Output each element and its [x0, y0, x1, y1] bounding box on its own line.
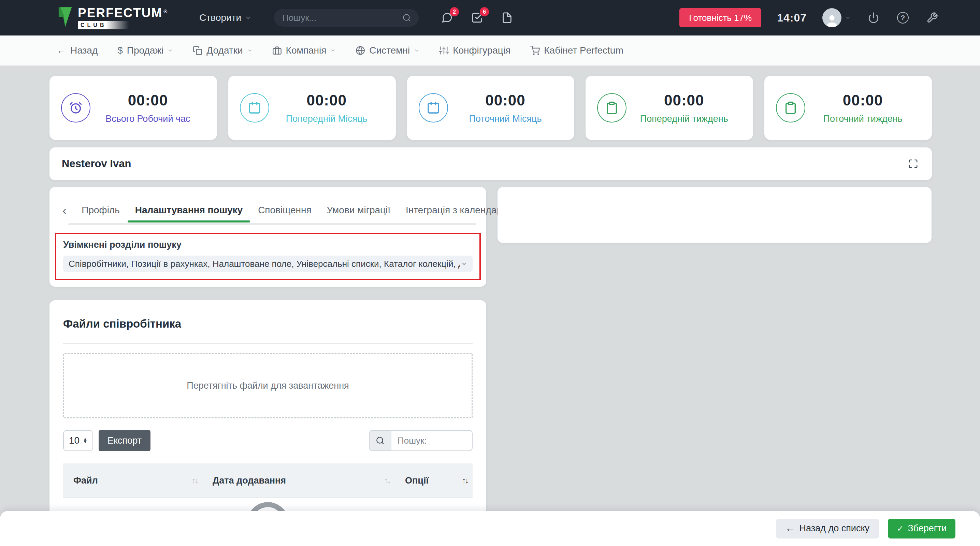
- stat-label[interactable]: Попередній тиждень: [627, 114, 741, 124]
- action-footer: ← Назад до списку ✓ Зберегти: [0, 511, 980, 546]
- help-button[interactable]: ?: [896, 11, 910, 25]
- dollar-icon: $: [118, 46, 123, 55]
- table-search: [369, 430, 473, 451]
- chevron-down-icon: [414, 48, 419, 53]
- stat-label[interactable]: Всього Робочий час: [91, 114, 205, 124]
- tab-notifications[interactable]: Сповіщення: [258, 205, 311, 216]
- stat-card-current-month: 00:00 Поточний Місяць: [407, 76, 574, 140]
- chevron-down-icon: [845, 15, 851, 21]
- stat-label[interactable]: Поточний Місяць: [448, 114, 563, 124]
- detail-panel: [498, 187, 932, 243]
- topbar-icon-group: 2 6: [441, 11, 514, 24]
- tasks-badge: 6: [480, 7, 489, 16]
- registered-icon: ®: [164, 5, 168, 18]
- check-icon: ✓: [897, 524, 904, 533]
- column-header-options[interactable]: Опції ↑↓: [395, 475, 473, 486]
- brand-logo[interactable]: PERFECTUM® CLUB: [57, 6, 168, 29]
- tasks-button[interactable]: 6: [471, 11, 484, 24]
- brand-club-badge: CLUB: [78, 21, 129, 29]
- stat-value: 00:00: [269, 92, 384, 109]
- sliders-icon: [439, 46, 449, 55]
- documents-button[interactable]: [501, 11, 514, 24]
- copy-icon: [193, 46, 202, 55]
- nav-system[interactable]: Системні: [356, 45, 419, 56]
- stat-value: 00:00: [91, 92, 205, 109]
- chevron-down-icon: [330, 48, 336, 53]
- table-controls: 10 ▲ ▼ Експорт: [63, 430, 473, 451]
- global-search[interactable]: [274, 9, 419, 27]
- tabs-scroll-left[interactable]: ‹: [62, 204, 66, 216]
- messages-badge: 2: [450, 7, 459, 16]
- column-header-file[interactable]: Файл ↑↓: [63, 475, 202, 486]
- export-button[interactable]: Експорт: [99, 430, 151, 451]
- briefcase-icon: [272, 46, 282, 55]
- settings-tools-button[interactable]: [925, 11, 939, 25]
- profile-header-card: Nesterov Ivan: [49, 147, 932, 180]
- sort-icon: ↑↓: [462, 476, 468, 485]
- section-title: Файли співробітника: [63, 317, 473, 330]
- search-icon: [402, 13, 411, 22]
- messages-button[interactable]: 2: [441, 11, 454, 24]
- stat-label[interactable]: Поточний тиждень: [805, 114, 920, 124]
- arrow-left-icon: ←: [57, 46, 66, 55]
- save-button[interactable]: ✓ Зберегти: [888, 519, 955, 538]
- table-header: Файл ↑↓ Дата додавання ↑↓ Опції ↑↓: [63, 463, 473, 498]
- chevron-down-icon: [461, 261, 467, 267]
- expand-icon: [908, 159, 918, 169]
- create-menu[interactable]: Створити: [199, 12, 251, 23]
- fullscreen-button[interactable]: [908, 158, 920, 170]
- tab-migration-terms[interactable]: Умови міграції: [327, 205, 391, 216]
- tab-track: [68, 223, 476, 225]
- nav-label: Компанія: [286, 45, 326, 56]
- search-sections-select[interactable]: Співробітники, Позиції в рахунках, Налаш…: [63, 256, 473, 272]
- clipboard-icon: [784, 101, 797, 115]
- nav-addons[interactable]: Додатки: [193, 45, 252, 56]
- stat-label[interactable]: Попередній Місяць: [269, 114, 384, 124]
- power-icon: [868, 12, 879, 24]
- wrench-icon: [926, 12, 938, 24]
- person-icon: [824, 12, 839, 27]
- nav-company[interactable]: Компанія: [272, 45, 336, 56]
- clock: 14:07: [777, 11, 807, 24]
- alarm-clock-icon: [69, 101, 83, 115]
- arrow-left-icon: ←: [786, 523, 795, 534]
- stat-value: 00:00: [448, 92, 563, 109]
- page-size-select[interactable]: 10 ▲ ▼: [63, 430, 93, 451]
- question-icon: ?: [897, 12, 909, 24]
- search-icon: [376, 436, 385, 445]
- dropzone-text: Перетягніть файли для завантаження: [187, 380, 349, 391]
- file-dropzone[interactable]: Перетягніть файли для завантаження: [63, 353, 473, 419]
- logout-button[interactable]: [867, 11, 880, 25]
- field-label: Увімкнені розділи пошуку: [63, 240, 473, 250]
- nav-cabinet-perfectum[interactable]: Кабінет Perfectum: [530, 45, 623, 56]
- back-to-list-button[interactable]: ← Назад до списку: [776, 519, 879, 538]
- profile-tabs-panel: ‹ Профіль Налаштування пошуку Сповіщення…: [49, 187, 486, 287]
- page-title: Nesterov Ivan: [62, 158, 131, 170]
- nav-configuration[interactable]: Конфігурація: [439, 45, 511, 56]
- tab-profile[interactable]: Профіль: [81, 205, 119, 216]
- page-size-value: 10: [69, 435, 80, 446]
- avatar: [822, 8, 842, 27]
- nav-label: Продажі: [127, 45, 164, 56]
- perfectum-logo-icon: [57, 6, 73, 28]
- cart-icon: [530, 46, 540, 55]
- tab-search-settings[interactable]: Налаштування пошуку: [135, 205, 243, 216]
- table-search-input[interactable]: [391, 430, 473, 451]
- chevron-down-icon: [245, 14, 251, 21]
- topbar: PERFECTUM® CLUB Створити 2 6 Готовність …: [0, 0, 980, 35]
- brand-name: PERFECTUM: [78, 6, 162, 20]
- nav-back[interactable]: ← Назад: [57, 45, 98, 56]
- stats-row: 00:00 Всього Робочий час 00:00 Попередні…: [49, 76, 932, 140]
- nav-label: Назад: [70, 45, 98, 56]
- stat-value: 00:00: [805, 92, 920, 109]
- calendar-icon: [426, 101, 440, 115]
- employee-files-card: Файли співробітника Перетягніть файли дл…: [49, 300, 486, 525]
- readiness-button[interactable]: Готовність 17%: [679, 8, 761, 27]
- brand-text: PERFECTUM® CLUB: [78, 6, 168, 29]
- sub-navigation: ← Назад $ Продажі Додатки Компанія Систе…: [0, 35, 980, 65]
- column-header-date-added[interactable]: Дата додавання ↑↓: [202, 475, 395, 486]
- global-search-input[interactable]: [282, 12, 402, 24]
- nav-sales[interactable]: $ Продажі: [118, 45, 173, 56]
- user-menu[interactable]: [822, 8, 851, 27]
- topbar-right-group: Готовність 17% 14:07 ?: [679, 8, 939, 27]
